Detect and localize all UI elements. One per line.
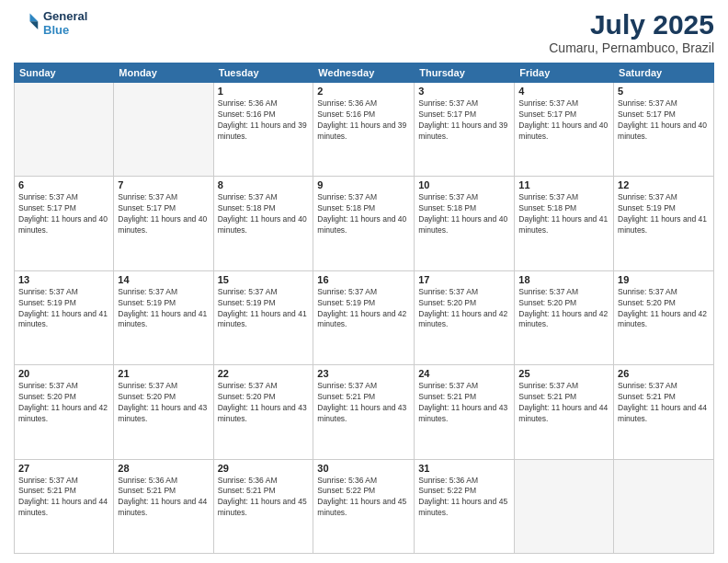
day-number: 17 — [418, 274, 510, 285]
day-number: 3 — [418, 86, 510, 97]
calendar-cell — [614, 459, 714, 553]
calendar-cell: 24Sunrise: 5:37 AMSunset: 5:21 PMDayligh… — [415, 365, 515, 459]
calendar-cell: 6Sunrise: 5:37 AMSunset: 5:17 PMDaylight… — [15, 177, 114, 270]
day-info: Sunrise: 5:37 AMSunset: 5:18 PMDaylight:… — [518, 192, 609, 236]
day-info: Sunrise: 5:37 AMSunset: 5:17 PMDaylight:… — [618, 98, 710, 143]
page: General Blue July 2025 Cumaru, Pernambuc… — [0, 0, 728, 563]
calendar-cell: 5Sunrise: 5:37 AMSunset: 5:17 PMDaylight… — [614, 83, 714, 177]
day-number: 5 — [618, 86, 710, 97]
weekday-header-saturday: Saturday — [614, 63, 714, 83]
location-title: Cumaru, Pernambuco, Brazil — [549, 40, 714, 55]
calendar-cell: 13Sunrise: 5:37 AMSunset: 5:19 PMDayligh… — [15, 270, 114, 364]
day-info: Sunrise: 5:37 AMSunset: 5:20 PMDaylight:… — [18, 381, 109, 425]
calendar-cell: 11Sunrise: 5:37 AMSunset: 5:18 PMDayligh… — [515, 177, 614, 270]
month-title: July 2025 — [549, 9, 714, 40]
day-number: 13 — [18, 274, 109, 285]
calendar-cell: 2Sunrise: 5:36 AMSunset: 5:16 PMDaylight… — [313, 83, 415, 177]
week-row-1: 1Sunrise: 5:36 AMSunset: 5:16 PMDaylight… — [15, 83, 714, 177]
calendar-cell: 20Sunrise: 5:37 AMSunset: 5:20 PMDayligh… — [15, 365, 114, 459]
day-info: Sunrise: 5:37 AMSunset: 5:17 PMDaylight:… — [418, 98, 510, 143]
weekday-header-thursday: Thursday — [415, 63, 515, 83]
day-number: 21 — [118, 368, 209, 379]
day-number: 20 — [18, 368, 109, 379]
weekday-header-monday: Monday — [114, 63, 213, 83]
day-info: Sunrise: 5:37 AMSunset: 5:18 PMDaylight:… — [317, 192, 410, 236]
calendar-cell: 31Sunrise: 5:36 AMSunset: 5:22 PMDayligh… — [415, 459, 515, 553]
logo-icon — [14, 10, 40, 36]
calendar-cell — [515, 459, 614, 553]
day-number: 8 — [218, 179, 310, 190]
day-info: Sunrise: 5:36 AMSunset: 5:22 PMDaylight:… — [317, 476, 410, 520]
calendar-cell: 10Sunrise: 5:37 AMSunset: 5:18 PMDayligh… — [415, 177, 515, 270]
day-info: Sunrise: 5:37 AMSunset: 5:17 PMDaylight:… — [18, 192, 109, 236]
svg-marker-0 — [30, 14, 39, 22]
day-number: 29 — [218, 463, 310, 474]
day-info: Sunrise: 5:37 AMSunset: 5:20 PMDaylight:… — [418, 287, 510, 331]
day-info: Sunrise: 5:37 AMSunset: 5:19 PMDaylight:… — [118, 287, 209, 331]
day-info: Sunrise: 5:37 AMSunset: 5:18 PMDaylight:… — [418, 192, 510, 236]
day-number: 2 — [317, 86, 410, 97]
logo: General Blue — [14, 9, 87, 37]
day-info: Sunrise: 5:37 AMSunset: 5:17 PMDaylight:… — [518, 98, 609, 143]
day-info: Sunrise: 5:37 AMSunset: 5:21 PMDaylight:… — [518, 381, 609, 425]
calendar-cell — [114, 83, 213, 177]
day-number: 10 — [418, 179, 510, 190]
day-info: Sunrise: 5:37 AMSunset: 5:20 PMDaylight:… — [118, 381, 209, 425]
day-number: 11 — [518, 179, 609, 190]
week-row-2: 6Sunrise: 5:37 AMSunset: 5:17 PMDaylight… — [15, 177, 714, 270]
logo-text: General Blue — [43, 9, 87, 37]
day-number: 18 — [518, 274, 609, 285]
calendar-cell: 26Sunrise: 5:37 AMSunset: 5:21 PMDayligh… — [614, 365, 714, 459]
week-row-5: 27Sunrise: 5:37 AMSunset: 5:21 PMDayligh… — [15, 459, 714, 553]
calendar-cell: 29Sunrise: 5:36 AMSunset: 5:21 PMDayligh… — [213, 459, 313, 553]
day-number: 31 — [418, 463, 510, 474]
calendar-cell: 21Sunrise: 5:37 AMSunset: 5:20 PMDayligh… — [114, 365, 213, 459]
calendar-cell: 12Sunrise: 5:37 AMSunset: 5:19 PMDayligh… — [614, 177, 714, 270]
calendar-cell: 3Sunrise: 5:37 AMSunset: 5:17 PMDaylight… — [415, 83, 515, 177]
calendar-cell: 16Sunrise: 5:37 AMSunset: 5:19 PMDayligh… — [313, 270, 415, 364]
day-number: 24 — [418, 368, 510, 379]
day-number: 9 — [317, 179, 410, 190]
day-info: Sunrise: 5:36 AMSunset: 5:21 PMDaylight:… — [118, 476, 209, 520]
weekday-header-wednesday: Wednesday — [313, 63, 415, 83]
svg-marker-1 — [30, 21, 39, 29]
week-row-4: 20Sunrise: 5:37 AMSunset: 5:20 PMDayligh… — [15, 365, 714, 459]
calendar-cell: 17Sunrise: 5:37 AMSunset: 5:20 PMDayligh… — [415, 270, 515, 364]
weekday-header-sunday: Sunday — [15, 63, 114, 83]
calendar-cell: 27Sunrise: 5:37 AMSunset: 5:21 PMDayligh… — [15, 459, 114, 553]
day-info: Sunrise: 5:37 AMSunset: 5:21 PMDaylight:… — [18, 476, 109, 520]
calendar-cell — [15, 83, 114, 177]
calendar-cell: 30Sunrise: 5:36 AMSunset: 5:22 PMDayligh… — [313, 459, 415, 553]
calendar-cell: 22Sunrise: 5:37 AMSunset: 5:20 PMDayligh… — [213, 365, 313, 459]
calendar-cell: 23Sunrise: 5:37 AMSunset: 5:21 PMDayligh… — [313, 365, 415, 459]
day-info: Sunrise: 5:37 AMSunset: 5:19 PMDaylight:… — [218, 287, 310, 331]
calendar-cell: 28Sunrise: 5:36 AMSunset: 5:21 PMDayligh… — [114, 459, 213, 553]
day-number: 26 — [618, 368, 710, 379]
day-number: 19 — [618, 274, 710, 285]
day-info: Sunrise: 5:37 AMSunset: 5:17 PMDaylight:… — [118, 192, 209, 236]
day-number: 6 — [18, 179, 109, 190]
calendar-cell: 9Sunrise: 5:37 AMSunset: 5:18 PMDaylight… — [313, 177, 415, 270]
day-info: Sunrise: 5:36 AMSunset: 5:22 PMDaylight:… — [418, 476, 510, 520]
day-info: Sunrise: 5:37 AMSunset: 5:19 PMDaylight:… — [18, 287, 109, 331]
day-info: Sunrise: 5:37 AMSunset: 5:20 PMDaylight:… — [218, 381, 310, 425]
day-number: 4 — [518, 86, 609, 97]
week-row-3: 13Sunrise: 5:37 AMSunset: 5:19 PMDayligh… — [15, 270, 714, 364]
day-info: Sunrise: 5:37 AMSunset: 5:20 PMDaylight:… — [518, 287, 609, 331]
day-number: 22 — [218, 368, 310, 379]
day-info: Sunrise: 5:37 AMSunset: 5:21 PMDaylight:… — [418, 381, 510, 425]
calendar-cell: 19Sunrise: 5:37 AMSunset: 5:20 PMDayligh… — [614, 270, 714, 364]
title-area: July 2025 Cumaru, Pernambuco, Brazil — [549, 9, 714, 55]
day-number: 23 — [317, 368, 410, 379]
day-info: Sunrise: 5:36 AMSunset: 5:16 PMDaylight:… — [218, 98, 310, 143]
calendar-table: SundayMondayTuesdayWednesdayThursdayFrid… — [14, 63, 714, 554]
day-info: Sunrise: 5:36 AMSunset: 5:21 PMDaylight:… — [218, 476, 310, 520]
day-number: 27 — [18, 463, 109, 474]
header: General Blue July 2025 Cumaru, Pernambuc… — [14, 9, 714, 55]
day-info: Sunrise: 5:37 AMSunset: 5:21 PMDaylight:… — [317, 381, 410, 425]
day-info: Sunrise: 5:36 AMSunset: 5:16 PMDaylight:… — [317, 98, 410, 143]
calendar-cell: 4Sunrise: 5:37 AMSunset: 5:17 PMDaylight… — [515, 83, 614, 177]
day-number: 7 — [118, 179, 209, 190]
calendar-cell: 7Sunrise: 5:37 AMSunset: 5:17 PMDaylight… — [114, 177, 213, 270]
weekday-header-tuesday: Tuesday — [213, 63, 313, 83]
